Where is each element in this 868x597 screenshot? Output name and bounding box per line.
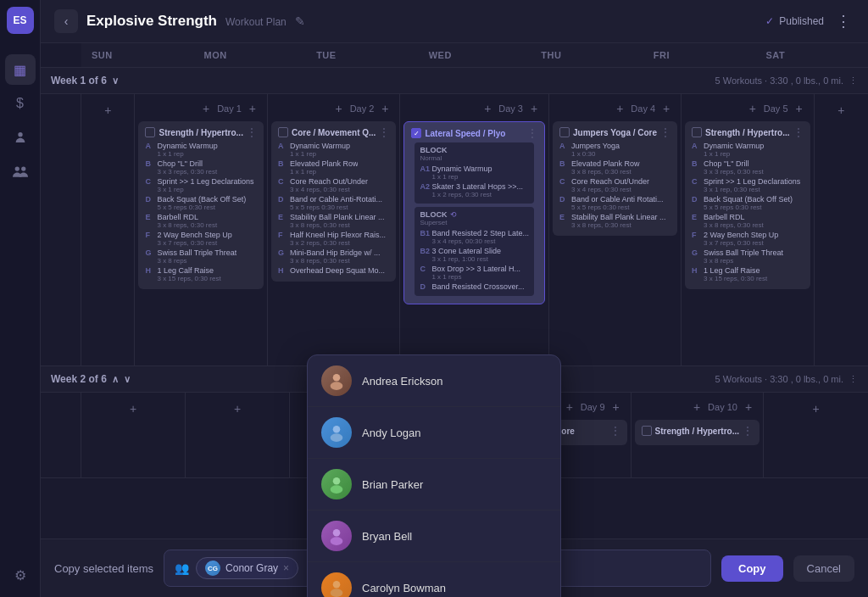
mon-add-button[interactable]: +: [198, 101, 214, 116]
wed-checkbox[interactable]: ✓: [411, 128, 421, 138]
fri-add-button2[interactable]: +: [792, 101, 807, 116]
week2-fri10-workout[interactable]: Strength / Hypertro... ⋮: [635, 420, 760, 445]
header-subtitle: Workout Plan: [225, 16, 287, 28]
week2-fri10-checkbox[interactable]: [642, 426, 652, 436]
week2-sun-add[interactable]: +: [125, 401, 141, 416]
check-icon: ✓: [765, 15, 774, 27]
mon-day-header: + Day 1 +: [135, 98, 266, 120]
week2-thu-label: Day 9: [581, 402, 605, 412]
exercise-item: DBand Resisted Crossover...: [420, 282, 529, 291]
sat-add-button[interactable]: +: [833, 103, 849, 118]
exercise-item: BChop "L" Drill3 x 3 reps, 0:30 rest: [692, 159, 803, 176]
mon-workout-card[interactable]: Strength / Hypertro... ⋮ ADynamic Warmup…: [138, 121, 263, 289]
thu-header: THU: [531, 43, 643, 67]
copy-button[interactable]: Copy: [721, 555, 783, 582]
brian-avatar: [321, 469, 352, 499]
dropdown-item-andy[interactable]: Andy Logan: [308, 407, 560, 459]
week2-fri-header: + Day 10 +: [632, 396, 763, 418]
week2-thu-add2[interactable]: +: [609, 399, 624, 415]
exercise-item: BElevated Plank Row1 x 1 rep: [278, 159, 389, 176]
tue-add-button[interactable]: +: [331, 101, 347, 116]
tue-add-button2[interactable]: +: [377, 101, 392, 116]
svg-point-4: [331, 382, 343, 390]
tue-checkbox[interactable]: [278, 127, 288, 137]
thu-add-button[interactable]: +: [612, 101, 627, 116]
edit-icon[interactable]: ✎: [295, 14, 305, 28]
svg-point-0: [18, 132, 22, 137]
week1-more[interactable]: ⋮: [849, 75, 858, 86]
week2-sun-col: +: [81, 393, 186, 477]
fri-workout-card[interactable]: Strength / Hypertro... ⋮ ADynamic Warmup…: [685, 121, 810, 289]
person-icon-sm: 👥: [175, 561, 189, 575]
sun-header: SUN: [81, 43, 194, 67]
tue-workout-dots[interactable]: ⋮: [379, 126, 389, 138]
sidebar-icon-settings[interactable]: ⚙: [5, 560, 36, 590]
sidebar: ES ▦ $ ⚙: [0, 0, 41, 597]
week2-fri-add2[interactable]: +: [741, 399, 756, 415]
fri-day-label: Day 5: [764, 103, 788, 114]
week1-thu-col: + Day 4 + Jumpers Yoga / Core ⋮ AJumpers…: [549, 94, 682, 365]
wed-add-button2[interactable]: +: [526, 101, 542, 116]
brian-name: Brian Parker: [362, 478, 423, 491]
week2-mon-add[interactable]: +: [230, 401, 245, 416]
week2-more[interactable]: ⋮: [849, 374, 858, 385]
week2-chevron-down[interactable]: ∨: [124, 374, 131, 385]
exercise-item: AJumpers Yoga1 x 0:30: [559, 142, 670, 158]
dropdown-item-brian[interactable]: Brian Parker: [308, 459, 560, 511]
exercise-item: DBand or Cable Anti Rotati...5 x 5 reps …: [559, 195, 670, 211]
fri-workout-dots[interactable]: ⋮: [793, 126, 804, 138]
mon-header: MON: [194, 43, 307, 67]
svg-point-2: [21, 166, 25, 170]
sidebar-icon-dollar[interactable]: $: [5, 88, 36, 119]
wed-workout-title: Lateral Speed / Plyo: [425, 129, 524, 138]
andrea-name: Andrea Erickson: [362, 375, 442, 388]
exercise-item: DBack Squat (Back Off Set)5 x 5 reps 0:3…: [145, 195, 256, 211]
thu-workout-dots[interactable]: ⋮: [660, 126, 670, 138]
week1-day-num-col: [41, 94, 81, 365]
page-title: Explosive Strength: [86, 13, 217, 30]
dropdown-item-carolyn[interactable]: Carolyn Bowman: [308, 562, 560, 597]
cancel-button[interactable]: Cancel: [793, 555, 854, 582]
avatar[interactable]: ES: [7, 7, 34, 34]
back-button[interactable]: ‹: [54, 9, 78, 33]
week2-thu-add[interactable]: +: [562, 399, 577, 415]
week1-fri-col: + Day 5 + Strength / Hypertro... ⋮ ADyna…: [682, 94, 814, 365]
sidebar-icon-calendar[interactable]: ▦: [5, 54, 36, 85]
exercise-item: CSprint >> 1 Leg Declarations3 x 1 rep: [145, 177, 256, 193]
wed-add-button[interactable]: +: [480, 101, 495, 116]
sidebar-icon-person[interactable]: [5, 122, 36, 153]
dropdown-item-bryan[interactable]: Bryan Bell: [308, 511, 560, 562]
wed-block1: Block Normal A1Dynamic Warmup1 x 1 rep A…: [415, 142, 534, 204]
thu-checkbox[interactable]: [559, 127, 570, 137]
svg-point-1: [14, 166, 19, 170]
mon-add-button2[interactable]: +: [245, 101, 260, 116]
sidebar-icon-group[interactable]: [5, 156, 36, 187]
svg-point-9: [333, 529, 341, 537]
carolyn-avatar: [321, 572, 352, 597]
andy-avatar: [321, 417, 352, 448]
tue-workout-card[interactable]: Core / Movement Q... ⋮ ADynamic Warmup1 …: [271, 121, 396, 282]
week2-fri-col: + Day 10 + Strength / Hypertro... ⋮: [632, 393, 764, 477]
mon-checkbox[interactable]: [145, 127, 155, 137]
week2-fri-add[interactable]: +: [689, 399, 704, 415]
mon-workout-dots[interactable]: ⋮: [247, 126, 257, 138]
week2-fri10-title: Strength / Hypertro...: [655, 427, 739, 436]
fri-add-button[interactable]: +: [745, 101, 760, 116]
wed-workout-card[interactable]: ✓ Lateral Speed / Plyo ⋮ Block Normal A1…: [403, 121, 545, 304]
tag-close-button[interactable]: ×: [283, 562, 289, 574]
week2-sat-add[interactable]: +: [808, 401, 823, 416]
wed-workout-dots[interactable]: ⋮: [527, 127, 537, 139]
week2-chevron-up[interactable]: ∧: [112, 374, 119, 385]
more-menu-button[interactable]: ⋮: [832, 8, 854, 34]
thu-add-button2[interactable]: +: [659, 101, 674, 116]
week1-chevron[interactable]: ∨: [112, 75, 119, 86]
thu-day-header: + Day 4 +: [549, 98, 681, 120]
dropdown-item-andrea[interactable]: Andrea Erickson: [308, 355, 560, 407]
conor-avatar: CG: [205, 561, 220, 576]
exercise-item: HOverhead Deep Squat Mo...: [278, 266, 389, 275]
conor-gray-tag[interactable]: CG Conor Gray ×: [196, 557, 298, 579]
thu-workout-card[interactable]: Jumpers Yoga / Core ⋮ AJumpers Yoga1 x 0…: [553, 121, 677, 236]
people-dropdown[interactable]: Andrea Erickson Andy Logan Brian Parker …: [307, 354, 561, 597]
sun-add-button[interactable]: +: [100, 103, 115, 118]
fri-checkbox[interactable]: [692, 127, 702, 137]
